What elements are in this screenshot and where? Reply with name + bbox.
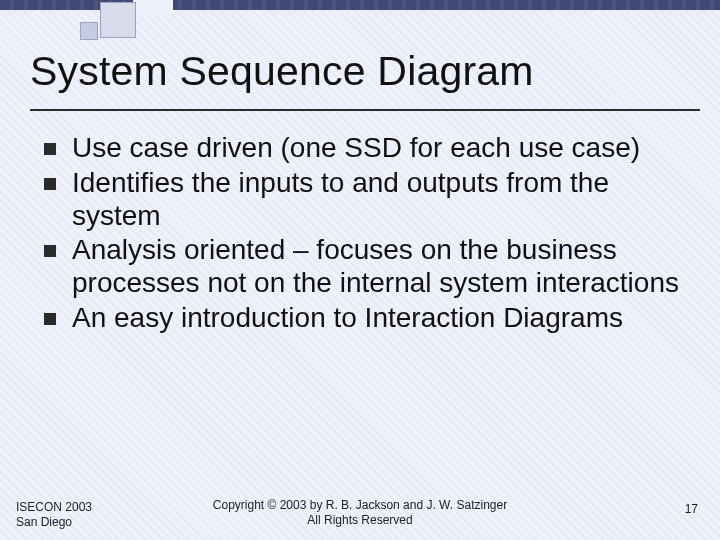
footer-copyright-line2: All Rights Reserved [0, 513, 720, 528]
slide-title: System Sequence Diagram [30, 48, 534, 95]
footer-center: Copyright © 2003 by R. B. Jackson and J.… [0, 498, 720, 528]
bullet-text: Analysis oriented – focuses on the busin… [72, 234, 679, 298]
bullet-text: Identifies the inputs to and outputs fro… [72, 167, 609, 231]
bullet-item: Identifies the inputs to and outputs fro… [44, 167, 690, 233]
bullet-list: Use case driven (one SSD for each use ca… [44, 132, 690, 335]
header-square-large [100, 2, 136, 38]
title-underline [30, 109, 700, 111]
footer-copyright-line1: Copyright © 2003 by R. B. Jackson and J.… [0, 498, 720, 513]
bullet-text: An easy introduction to Interaction Diag… [72, 302, 623, 333]
slide-body: Use case driven (one SSD for each use ca… [44, 132, 690, 337]
header-square-small [80, 22, 98, 40]
footer-page-number: 17 [685, 502, 698, 516]
bullet-text: Use case driven (one SSD for each use ca… [72, 132, 640, 163]
slide-footer: ISECON 2003 San Diego Copyright © 2003 b… [0, 492, 720, 530]
header-bar-gap [133, 0, 173, 14]
bullet-item: Analysis oriented – focuses on the busin… [44, 234, 690, 300]
bullet-item: An easy introduction to Interaction Diag… [44, 302, 690, 335]
decorative-header [0, 0, 720, 14]
bullet-item: Use case driven (one SSD for each use ca… [44, 132, 690, 165]
slide: System Sequence Diagram Use case driven … [0, 0, 720, 540]
